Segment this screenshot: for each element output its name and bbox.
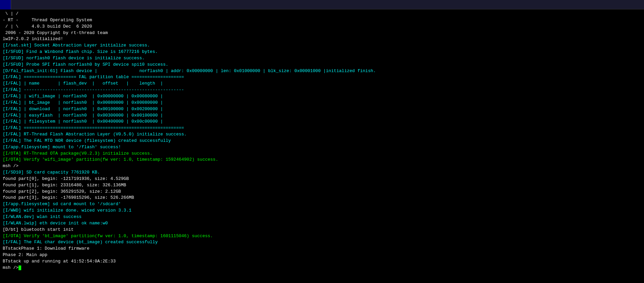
close-button[interactable] (639, 4, 643, 5)
terminal-line: [I/FAL] ==================== FAL partiti… (3, 74, 641, 81)
terminal-line: [D/bt] bluetooth start init (3, 227, 641, 233)
terminal-line: found part[2], begin: 365291520, size: 2… (3, 189, 641, 195)
minimize-button[interactable] (629, 4, 633, 5)
title-bar-controls (629, 4, 644, 5)
terminal-line: found part[0], begin: -1217191936, size:… (3, 176, 641, 182)
maximize-button[interactable] (634, 4, 638, 5)
terminal-line: lwIP-2.0.2 initialized! (3, 36, 641, 42)
terminal-line: [I/app.filesystem] sd card mount to '/sd… (3, 201, 641, 208)
terminal-line: [I/FAL] The FAL MTD NOR device (filesyst… (3, 138, 641, 144)
terminal-line: [I/FAL] | download | norflash0 | 0x00100… (3, 106, 641, 113)
terminal-line: [I/OTA] Verify 'bt_image' partition(fw v… (3, 233, 641, 240)
terminal-line: [I/SD10] SD card capacity 7761920 KB. (3, 169, 641, 176)
terminal-line: BTstackPhase 1: Download firmware (3, 246, 641, 252)
terminal-line: [D/fal_flash_init:61] Flash device | nor… (3, 68, 641, 74)
terminal: \ | /- RT - Thread Operating System / | … (0, 9, 644, 283)
terminal-line: [I/SFUD] Probe SPI flash norflash0 by SP… (3, 62, 641, 68)
terminal-line: [I/OTA] Verify 'wifi_image' partition(fw… (3, 157, 641, 163)
title-bar (0, 0, 644, 9)
terminal-line: / | \ 4.0.3 build Dec 6 2020 (3, 24, 641, 30)
terminal-line: found part[3], begin: -1769015296, size:… (3, 195, 641, 201)
terminal-line: Phase 2: Main app (3, 252, 641, 258)
terminal-line: \ | / (3, 11, 641, 17)
terminal-line: [I/WWD] wifi initialize done. wiced vers… (3, 208, 641, 214)
terminal-line: found part[1], begin: 23316480, size: 32… (3, 182, 641, 189)
terminal-line: [I/FAL] RT-Thread Flash Abstraction Laye… (3, 131, 641, 138)
add-tab-button[interactable] (11, 3, 17, 6)
terminal-line: [I/WLAN.dev] wlan init success (3, 214, 641, 220)
terminal-line: 2006 - 2020 Copyright by rt-thread team (3, 30, 641, 36)
terminal-line: [I/FAL] | wifi_image | norflash0 | 0x000… (3, 93, 641, 100)
terminal-line: msh /> (3, 163, 641, 169)
terminal-line: [I/FAL] | bt_image | norflash0 | 0x00080… (3, 100, 641, 106)
terminal-line: [I/SFUD] Find a Winbond flash chip. Size… (3, 49, 641, 55)
terminal-line: [I/FAL] | easyflash | norflash0 | 0x0030… (3, 113, 641, 119)
terminal-line: [I/FAL] --------------------------------… (3, 87, 641, 93)
terminal-line: [I/FAL] | name | flash_dev | offset | le… (3, 81, 641, 87)
terminal-line: [I/WLAN.lwip] eth device init ok name:w0 (3, 220, 641, 227)
terminal-line: msh /> (3, 265, 641, 271)
terminal-line: [I/SFUD] norflash0 flash device is initi… (3, 55, 641, 62)
terminal-line: [I/OTA] RT-Thread OTA package(V0.2.3) in… (3, 151, 641, 157)
terminal-line: [I/FAL] The FAL char device (bt_image) c… (3, 239, 641, 246)
terminal-line: BTstack up and running at 41:52:54:0A:2E… (3, 258, 641, 265)
terminal-line: - RT - Thread Operating System (3, 17, 641, 24)
terminal-line: [I/app.filesystem] mount to '/flash' suc… (3, 144, 641, 151)
tab-rtos[interactable] (0, 0, 11, 9)
terminal-line: [I/FAL] ================================… (3, 125, 641, 131)
terminal-line: [I/sat.skt] Socket Abstraction Layer ini… (3, 42, 641, 49)
terminal-cursor (19, 265, 21, 270)
terminal-line: [I/FAL] | filesystem | norflash0 | 0x004… (3, 119, 641, 125)
